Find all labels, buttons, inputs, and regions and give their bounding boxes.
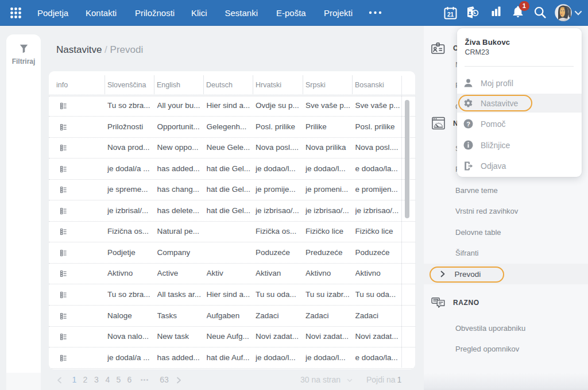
svg-text:21: 21: [447, 11, 454, 18]
svg-text:?: ?: [466, 121, 470, 128]
